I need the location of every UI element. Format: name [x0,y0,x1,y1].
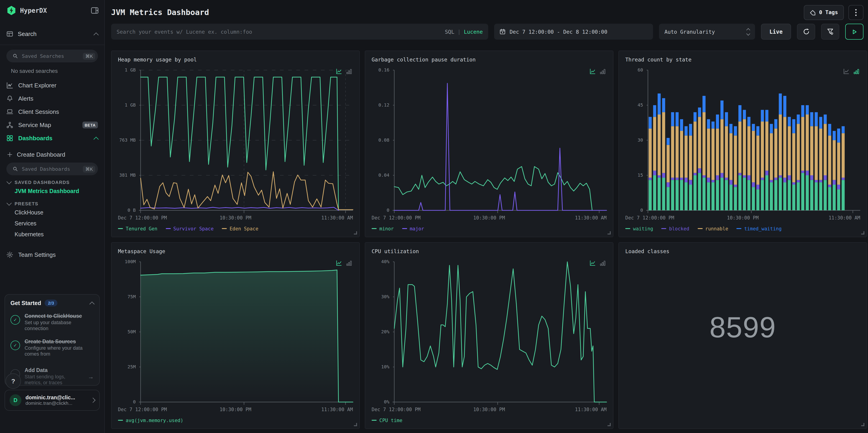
beta-badge: BETA [83,122,98,128]
saved-dashboards-heading-label: SAVED DASHBOARDS [14,180,70,185]
tag-icon [810,9,816,15]
get-started-step-connect[interactable]: ✓ Connect to ClickHouse Set up your data… [10,313,94,332]
saved-dashboards-heading[interactable]: SAVED DASHBOARDS [0,175,104,186]
chart-plot[interactable] [393,262,607,406]
panel-title: Garbage collection pause duration [372,57,607,63]
table-icon [6,31,13,37]
resize-handle[interactable] [608,231,611,235]
legend-item[interactable]: minor [372,226,394,231]
line-view-icon[interactable] [843,68,849,74]
chart-view-toggles [590,260,606,266]
bar-view-icon[interactable] [346,68,352,74]
chart-plot[interactable] [139,262,353,406]
chart-view-toggles [336,260,352,266]
preset-link-kubernetes[interactable]: Kubernetes [0,229,104,240]
user-menu[interactable]: D dominic.tran@clic... dominic.tran@clic… [5,390,100,411]
legend-item[interactable]: blocked [661,226,689,231]
bar-view-icon[interactable] [600,68,606,74]
help-button[interactable]: ? [5,373,21,389]
tags-button[interactable]: 0 Tags [804,5,844,20]
chevron-down-icon [7,179,12,184]
resize-handle[interactable] [608,423,611,426]
more-options-button[interactable] [848,5,863,20]
step-title: Connect to ClickHouse [25,313,94,319]
event-search-box: SQL | Lucene [111,24,488,40]
preset-link-services[interactable]: Services [0,218,104,229]
x-tick-label: Dec 7 12:00:00 PM [118,215,167,220]
legend-item[interactable]: Survivor Space [165,226,214,231]
sidebar-item-service-map[interactable]: Service Map BETA [0,118,104,131]
shortcut-badge: ⌘K [83,165,95,172]
dashboard-link-jvm-metrics[interactable]: JVM Metrics Dashboard [0,186,104,197]
legend-item[interactable]: waiting [625,226,653,231]
dashboards-icon [6,135,13,142]
y-tick-label: 0 [626,208,643,213]
y-tick-label: 1 GB [118,103,136,108]
get-started-step-sources[interactable]: ✓ Create Data Sources Configure where yo… [10,339,94,358]
sidebar-item-search[interactable]: Search [0,26,104,41]
x-tick-label: 11:30:00 AM [829,215,860,220]
line-view-icon[interactable] [590,260,596,266]
x-tick-label: 10:30:00 PM [727,215,758,220]
event-search-input[interactable] [117,28,441,35]
refresh-button[interactable] [797,24,815,40]
get-started-card: Get Started 2/3 ✓ Connect to ClickHouse … [5,294,100,385]
sidebar-item-client-sessions[interactable]: Client Sessions [0,105,104,118]
check-circle-icon: ✓ [10,315,20,324]
granularity-select[interactable]: Auto Granularity [659,24,755,40]
lucene-mode-toggle[interactable]: Lucene [464,28,483,35]
presets-heading[interactable]: PRESETS [0,197,104,207]
line-view-icon[interactable] [336,260,342,266]
sidebar-item-dashboards[interactable]: Dashboards [0,131,104,145]
sidebar-collapse-icon[interactable] [91,6,99,14]
plus-icon [6,152,13,157]
resize-handle[interactable] [354,231,357,235]
saved-dashboards-input[interactable]: Saved Dashboards ⌘K [6,162,98,175]
chart-plot[interactable] [393,70,607,214]
legend-item[interactable]: Eden Space [222,226,258,231]
user-email: dominic.tran@clickh... [26,400,87,406]
line-view-icon[interactable] [590,68,596,74]
sidebar-item-alerts[interactable]: Alerts [0,92,104,105]
legend-item[interactable]: CPU time [372,417,402,423]
tags-label: 0 Tags [819,9,838,16]
resize-handle[interactable] [861,423,864,426]
filter-edit-icon [827,28,834,35]
x-axis-labels: Dec 7 12:00:00 PM10:30:00 PM11:30:00 AM [372,215,607,222]
sql-mode-toggle[interactable]: SQL [445,28,455,35]
sidebar-item-chart-explorer[interactable]: Chart Explorer [0,79,104,92]
legend-item[interactable]: avg(jvm.memory.used) [118,417,183,423]
bar-view-icon[interactable] [346,260,352,266]
resize-handle[interactable] [354,423,357,426]
live-button[interactable]: Live [761,24,791,40]
line-view-icon[interactable] [336,68,342,74]
run-query-button[interactable] [845,24,863,40]
hyperdx-logo-icon [6,5,17,16]
x-axis-labels: Dec 7 12:00:00 PM10:30:00 PM11:30:00 AM [625,215,860,222]
time-range-picker[interactable]: Dec 7 12:00:00 - Dec 8 12:00:00 [494,24,653,40]
bar-view-icon[interactable] [854,68,859,74]
legend-item[interactable]: Tenured Gen [118,226,157,231]
sidebar-item-team-settings[interactable]: Team Settings [0,248,104,261]
chart-plot[interactable] [139,70,353,214]
resize-handle[interactable] [861,231,864,235]
filter-edit-button[interactable] [821,24,839,40]
saved-searches-input[interactable]: Saved Searches ⌘K [6,50,98,62]
y-tick-label: 381 MB [118,173,136,178]
legend-dash-icon [372,228,377,229]
x-tick-label: 10:30:00 PM [219,407,251,412]
chevron-up-icon[interactable] [90,302,95,307]
bar-view-icon[interactable] [600,260,606,266]
get-started-step-add-data[interactable]: ✓ Add Data Start sending logs, metrics, … [10,367,94,386]
create-dashboard-button[interactable]: Create Dashboard [0,148,104,158]
legend-item[interactable]: timed_waiting [736,226,781,231]
legend-item[interactable]: major [402,226,424,231]
chart-plot[interactable] [646,70,860,214]
legend-dash-icon [118,228,123,229]
legend-dash-icon [661,228,666,229]
preset-link-clickhouse[interactable]: ClickHouse [0,207,104,218]
panel-thread-count: Thread count by state 604530150Dec 7 12:… [618,51,867,237]
legend-item[interactable]: runnable [698,226,728,231]
legend-dash-icon [625,228,630,229]
search-icon [12,166,19,172]
